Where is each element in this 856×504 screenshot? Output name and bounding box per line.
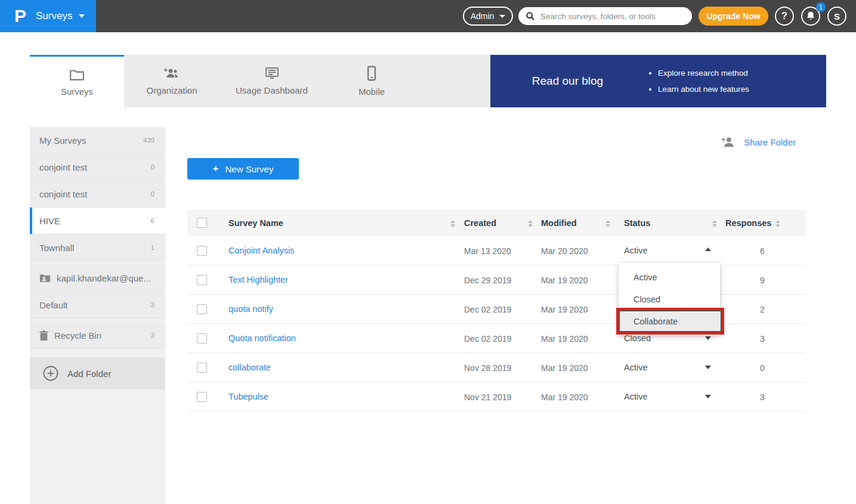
survey-name-link[interactable]: Tubepulse (228, 392, 268, 401)
responses-count: 3 (746, 334, 779, 344)
help-button[interactable]: ? (775, 7, 794, 26)
surveys-panel: Share Folder + New Survey Survey Name Cr… (165, 127, 826, 504)
created-date: Dec 29 2019 (464, 276, 511, 285)
folder-label: kapil.khandekar@que... (57, 273, 151, 283)
app-window: P Surveys Admin Upgrade Now ? 1 S (0, 0, 856, 504)
tab-mobile[interactable]: Mobile (324, 55, 419, 107)
chevron-down-icon (499, 15, 505, 18)
bell-icon (805, 11, 816, 21)
sidebar-item-townhall[interactable]: Townhall 1 (30, 234, 165, 261)
folder-count: 6 (151, 217, 154, 224)
column-modified[interactable]: Modified (541, 218, 577, 228)
modified-date: Mar 20 2020 (541, 246, 588, 256)
row-checkbox[interactable] (197, 246, 207, 256)
table-row: Tubepulse Nov 21 2019 Mar 19 2020 Active… (187, 382, 806, 412)
select-all-checkbox[interactable] (197, 218, 207, 228)
folder-count: 1 (151, 244, 154, 251)
survey-name-link[interactable]: Text Highlighter (228, 275, 288, 285)
global-search (518, 7, 692, 25)
avatar[interactable]: S (827, 7, 846, 26)
tab-label: Mobile (359, 86, 385, 97)
responses-count: 2 (746, 305, 779, 314)
row-checkbox[interactable] (197, 333, 207, 344)
modified-date: Mar 19 2020 (541, 334, 588, 344)
status-dropdown-value[interactable]: Active (624, 392, 648, 401)
modified-date: Mar 19 2020 (541, 392, 588, 402)
new-survey-button[interactable]: + New Survey (187, 158, 299, 180)
status-caret-down-icon[interactable] (705, 336, 711, 340)
blog-banner-bullets: Explore research method Learn about new … (645, 65, 749, 97)
sort-icon[interactable] (712, 220, 717, 227)
circle-plus-icon (43, 366, 58, 381)
add-folder-label: Add Folder (67, 369, 111, 379)
status-option-closed[interactable]: Closed (619, 288, 720, 310)
sort-icon[interactable] (775, 220, 780, 227)
banner-bullet: Explore research method (658, 65, 749, 81)
sidebar-item-hive[interactable]: HIVE 6 (30, 208, 165, 234)
product-menu-label: Surveys (36, 10, 72, 22)
chevron-down-icon (79, 14, 85, 18)
row-checkbox[interactable] (197, 304, 207, 314)
folder-label: HIVE (39, 216, 60, 226)
created-date: Mar 13 2020 (464, 246, 511, 256)
sidebar-item-recycle-bin[interactable]: Recycle Bin 3 (30, 322, 165, 349)
sort-icon[interactable] (450, 220, 455, 227)
created-date: Dec 02 2019 (464, 334, 511, 344)
folder-label: Default (39, 300, 68, 310)
product-menu[interactable]: P Surveys (0, 0, 96, 32)
row-checkbox[interactable] (197, 392, 207, 402)
upgrade-now-button[interactable]: Upgrade Now (699, 7, 768, 26)
tab-label: Surveys (61, 86, 93, 97)
survey-name-link[interactable]: Conjoint Analysis (228, 246, 294, 255)
status-caret-down-icon[interactable] (705, 366, 711, 369)
tab-usage-dashboard[interactable]: Usage Dashboard (220, 55, 324, 107)
table-row: collaborate Nov 28 2019 Mar 19 2020 Acti… (187, 353, 806, 382)
row-checkbox[interactable] (197, 275, 207, 285)
modified-date: Mar 19 2020 (541, 276, 588, 285)
sidebar-item-conjoint-test-2[interactable]: conjoint test 0 (30, 181, 165, 208)
status-option-active[interactable]: Active (619, 266, 720, 288)
column-responses[interactable]: Responses (725, 218, 771, 228)
plus-icon: + (213, 163, 219, 175)
survey-name-link[interactable]: quota notify (228, 304, 273, 314)
tab-surveys[interactable]: Surveys (30, 55, 124, 107)
tab-label: Usage Dashboard (236, 85, 308, 95)
status-option-collaborate[interactable]: Collaborate (619, 310, 720, 332)
search-input[interactable] (540, 12, 678, 21)
responses-count: 3 (746, 392, 779, 402)
status-dropdown-value[interactable]: Active (624, 363, 648, 372)
status-caret-down-icon[interactable] (705, 395, 711, 398)
sort-icon[interactable] (605, 220, 610, 227)
column-survey-name[interactable]: Survey Name (228, 218, 283, 228)
folder-count: 0 (151, 163, 154, 171)
column-created[interactable]: Created (464, 218, 496, 228)
status-dropdown-value[interactable]: Active (624, 246, 648, 255)
new-survey-label: New Survey (225, 164, 274, 174)
add-folder-button[interactable]: Add Folder (30, 357, 165, 389)
shared-folder-icon (39, 273, 51, 283)
share-folder-button[interactable]: Share Folder (721, 137, 796, 147)
blog-banner-title[interactable]: Read our blog (490, 75, 645, 88)
column-status[interactable]: Status (624, 218, 650, 228)
modified-date: Mar 19 2020 (541, 363, 588, 373)
row-checkbox[interactable] (197, 363, 207, 373)
created-date: Nov 21 2019 (464, 392, 511, 402)
sidebar-item-shared-account[interactable]: kapil.khandekar@que... (30, 265, 165, 292)
survey-name-link[interactable]: Quota notification (228, 333, 296, 343)
survey-name-link[interactable]: collaborate (228, 363, 271, 372)
sidebar-item-my-surveys[interactable]: My Surveys 439 (30, 127, 165, 154)
folder-label: conjoint test (39, 162, 87, 172)
status-dropdown-menu: Active Closed Collaborate (619, 263, 720, 335)
sidebar-item-conjoint-test-1[interactable]: conjoint test 0 (30, 154, 165, 181)
sort-icon[interactable] (528, 220, 533, 227)
search-icon (526, 11, 535, 21)
sidebar-item-default[interactable]: Default 3 (30, 292, 165, 319)
trash-icon (39, 330, 48, 341)
role-selector[interactable]: Admin (463, 7, 513, 26)
status-caret-up-icon[interactable] (705, 248, 711, 251)
created-date: Dec 02 2019 (464, 305, 511, 314)
tab-organization[interactable]: Organization (124, 55, 220, 107)
responses-count: 6 (746, 246, 779, 256)
mobile-icon (366, 66, 377, 81)
table-row: Conjoint Analysis Mar 13 2020 Mar 20 202… (187, 236, 806, 265)
